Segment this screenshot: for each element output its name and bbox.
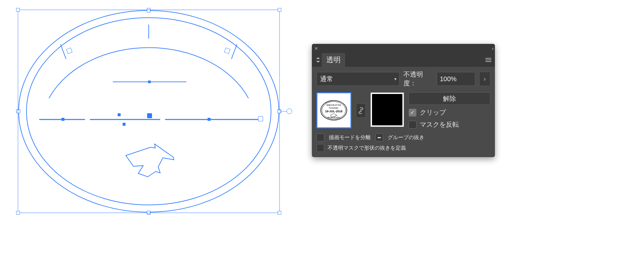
svg-rect-7 bbox=[278, 211, 281, 214]
svg-line-19 bbox=[60, 44, 66, 59]
link-icon bbox=[358, 107, 364, 115]
knockout-group-checkbox[interactable] bbox=[375, 134, 383, 141]
stamp-date-text: 19-JUL-2018 bbox=[325, 110, 343, 113]
expand-tab-icon[interactable] bbox=[314, 53, 322, 67]
svg-rect-31 bbox=[258, 117, 263, 121]
blend-mode-dropdown[interactable]: 通常 ▾ bbox=[316, 72, 399, 86]
menu-icon bbox=[485, 60, 491, 60]
panel-body: 通常 ▾ 不透明度： 100% › IMMIGRATION TOSHIMA bbox=[312, 67, 495, 157]
transparency-panel: × ‹‹ 透明 通常 ▾ 不透明度： 100% › bbox=[312, 44, 495, 157]
opacity-label: 不透明度： bbox=[403, 70, 433, 88]
clip-checkbox[interactable]: ✓ bbox=[409, 109, 416, 117]
tab-transparency[interactable]: 透明 bbox=[322, 53, 345, 67]
define-knockout-checkbox[interactable] bbox=[316, 144, 324, 152]
panel-titlebar[interactable]: × ‹‹ bbox=[312, 44, 495, 53]
release-mask-button[interactable]: 解除 bbox=[409, 92, 490, 105]
svg-rect-13 bbox=[147, 211, 150, 214]
svg-rect-30 bbox=[208, 118, 211, 121]
svg-rect-14 bbox=[17, 110, 20, 113]
clip-label: クリップ bbox=[420, 108, 446, 117]
svg-point-10 bbox=[19, 10, 279, 212]
svg-line-20 bbox=[231, 44, 237, 59]
knockout-group-label: グループの抜き bbox=[388, 134, 424, 141]
mask-link-toggle[interactable] bbox=[356, 103, 366, 118]
svg-rect-18 bbox=[224, 48, 230, 54]
opacity-stepper[interactable]: › bbox=[479, 72, 490, 86]
chevron-right-icon: › bbox=[484, 76, 486, 82]
panel-tab-label: 透明 bbox=[326, 55, 341, 65]
svg-rect-12 bbox=[147, 9, 150, 12]
invert-mask-checkbox[interactable] bbox=[409, 121, 416, 129]
mask-thumbnail[interactable] bbox=[370, 92, 404, 127]
stamp-mid-text: TOSHIMA bbox=[329, 107, 339, 109]
stamp-top-text: IMMIGRATION bbox=[327, 104, 341, 106]
panel-menu-button[interactable] bbox=[482, 53, 495, 67]
collapse-icon[interactable]: ‹‹ bbox=[492, 46, 492, 51]
selection-bbox[interactable] bbox=[18, 10, 280, 213]
chevron-down-icon: ▾ bbox=[394, 76, 397, 82]
svg-rect-27 bbox=[118, 113, 121, 116]
svg-rect-28 bbox=[123, 123, 126, 126]
svg-rect-26 bbox=[61, 118, 64, 121]
airplane-icon bbox=[126, 144, 174, 177]
svg-rect-17 bbox=[66, 48, 72, 54]
artboard-canvas[interactable] bbox=[7, 7, 291, 216]
close-icon[interactable]: × bbox=[314, 46, 318, 51]
svg-point-8 bbox=[287, 109, 292, 114]
blend-mode-value: 通常 bbox=[320, 75, 333, 83]
define-knockout-label: 不透明マスクで形状の抜きを定義 bbox=[328, 145, 406, 152]
svg-rect-29 bbox=[147, 113, 152, 118]
svg-rect-5 bbox=[16, 211, 20, 214]
svg-rect-22 bbox=[148, 81, 151, 83]
release-mask-label: 解除 bbox=[443, 95, 456, 102]
panel-tabbar: 透明 bbox=[312, 53, 495, 67]
opacity-value: 100% bbox=[440, 75, 456, 83]
isolate-blending-label: 描画モードを分離 bbox=[329, 134, 371, 141]
stamp-artwork[interactable] bbox=[17, 9, 280, 214]
svg-point-11 bbox=[26, 18, 271, 205]
invert-mask-label: マスクを反転 bbox=[420, 120, 459, 129]
isolate-blending-checkbox[interactable] bbox=[316, 134, 324, 141]
stamp-bottom-text: IKEBUKURO bbox=[328, 117, 340, 119]
svg-rect-0 bbox=[16, 8, 20, 11]
svg-rect-2 bbox=[278, 8, 281, 11]
svg-rect-15 bbox=[278, 110, 280, 113]
opacity-input[interactable]: 100% bbox=[437, 72, 475, 86]
artwork-thumbnail[interactable]: IMMIGRATION TOSHIMA 19-JUL-2018 IKEBUKUR… bbox=[316, 92, 351, 128]
